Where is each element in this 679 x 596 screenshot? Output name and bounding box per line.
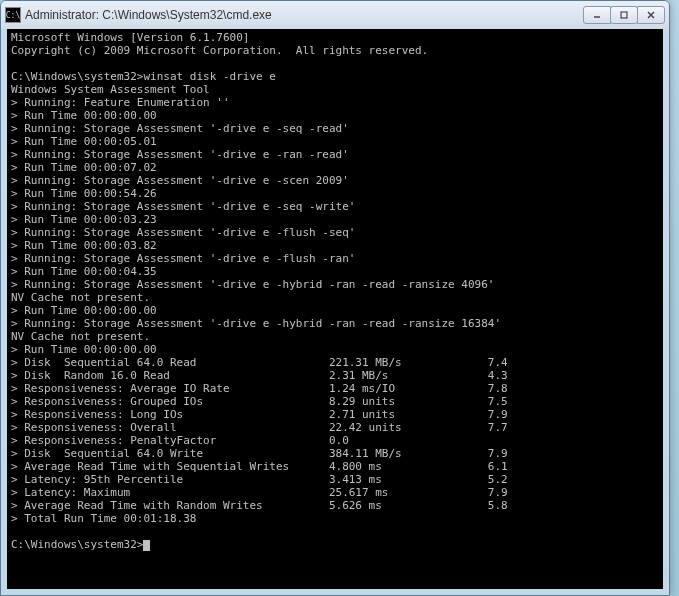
cursor	[143, 540, 150, 551]
window-controls	[584, 6, 665, 24]
minimize-icon	[592, 10, 602, 20]
titlebar[interactable]: C:\ Administrator: C:\Windows\System32\c…	[1, 1, 669, 29]
close-icon	[646, 10, 656, 20]
maximize-button[interactable]	[610, 6, 638, 24]
console-output[interactable]: Microsoft Windows [Version 6.1.7600] Cop…	[7, 29, 663, 589]
window-title: Administrator: C:\Windows\System32\cmd.e…	[25, 8, 584, 22]
svg-rect-1	[621, 12, 627, 18]
cmd-icon: C:\	[5, 7, 21, 23]
minimize-button[interactable]	[583, 6, 611, 24]
close-button[interactable]	[637, 6, 665, 24]
cmd-window: C:\ Administrator: C:\Windows\System32\c…	[0, 0, 670, 596]
maximize-icon	[619, 10, 629, 20]
